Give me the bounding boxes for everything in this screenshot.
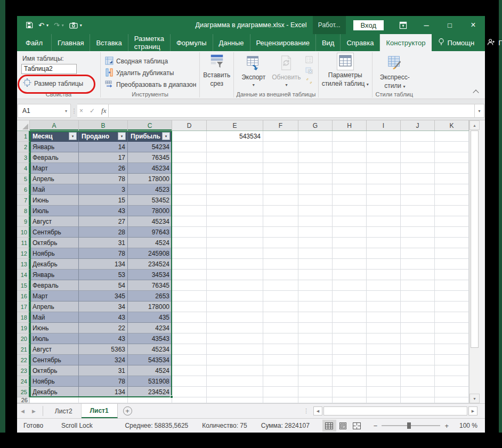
cell[interactable]	[207, 248, 263, 259]
cell[interactable]: 543534	[128, 355, 172, 365]
cell[interactable]	[172, 365, 207, 376]
row-header-21[interactable]: 21	[17, 344, 30, 355]
row-header-7[interactable]: 7	[17, 195, 30, 206]
cell[interactable]: 31	[79, 238, 128, 248]
cell[interactable]	[298, 333, 333, 344]
cell[interactable]	[207, 323, 263, 333]
cell[interactable]	[263, 355, 298, 365]
cell[interactable]: 54	[79, 280, 128, 291]
cell[interactable]: Июль	[30, 333, 79, 344]
assistant-button[interactable]: Помощн	[432, 34, 481, 51]
cell[interactable]: Март	[30, 163, 79, 174]
cell[interactable]	[172, 376, 207, 387]
column-header-C[interactable]: C	[128, 120, 172, 131]
formula-bar-splitter[interactable]: ⋮	[71, 104, 77, 118]
cell[interactable]	[263, 195, 298, 206]
cell[interactable]: Май	[30, 312, 79, 323]
cell[interactable]	[333, 238, 367, 248]
cell[interactable]	[367, 355, 401, 365]
cell[interactable]	[333, 131, 367, 142]
page-layout-view-icon[interactable]	[336, 420, 350, 431]
cell[interactable]	[401, 280, 435, 291]
cell[interactable]	[172, 355, 207, 365]
table-name-input[interactable]: Таблица2	[21, 64, 77, 74]
cell[interactable]	[263, 227, 298, 238]
cell[interactable]	[367, 259, 401, 270]
cell[interactable]	[172, 312, 207, 323]
zoom-slider[interactable]	[382, 425, 440, 426]
row-header-5[interactable]: 5	[17, 174, 30, 184]
cell[interactable]	[263, 174, 298, 184]
cell[interactable]: Август	[30, 216, 79, 227]
cell[interactable]	[172, 248, 207, 259]
cell[interactable]	[401, 344, 435, 355]
cell[interactable]	[367, 184, 401, 195]
cell[interactable]	[333, 174, 367, 184]
cell[interactable]	[263, 163, 298, 174]
cell[interactable]	[401, 323, 435, 333]
cell[interactable]	[401, 174, 435, 184]
cell[interactable]	[333, 184, 367, 195]
row-header-16[interactable]: 16	[17, 291, 30, 302]
cell[interactable]	[207, 259, 263, 270]
cell[interactable]	[333, 323, 367, 333]
cell[interactable]	[333, 216, 367, 227]
cell[interactable]	[172, 397, 207, 403]
cell[interactable]	[333, 280, 367, 291]
zoom-in-icon[interactable]: +	[444, 422, 449, 430]
table-style-options-button[interactable]: Параметры стилей таблиц ▾	[319, 51, 372, 99]
vertical-scroll-thumb[interactable]	[471, 131, 479, 348]
name-box-dropdown-icon[interactable]: ▾	[65, 109, 70, 113]
cell[interactable]	[207, 365, 263, 376]
cell[interactable]	[172, 174, 207, 184]
column-header-F[interactable]: F	[263, 120, 298, 131]
cell[interactable]: 234524	[128, 259, 172, 270]
cell[interactable]	[207, 163, 263, 174]
cell[interactable]: Январь	[30, 270, 79, 280]
cell[interactable]	[263, 131, 298, 142]
cell[interactable]	[263, 280, 298, 291]
cell[interactable]	[367, 397, 401, 403]
tab-scroll-splitter[interactable]: ⋮	[303, 408, 309, 414]
cell[interactable]	[435, 333, 469, 344]
cell[interactable]: Март	[30, 291, 79, 302]
cell[interactable]	[401, 270, 435, 280]
cell[interactable]	[401, 302, 435, 312]
cell[interactable]	[401, 387, 435, 397]
cell[interactable]	[207, 270, 263, 280]
cell[interactable]	[435, 216, 469, 227]
cell[interactable]	[367, 216, 401, 227]
cell[interactable]	[207, 397, 263, 403]
cell[interactable]	[333, 152, 367, 163]
column-header-K[interactable]: K	[435, 120, 469, 131]
column-header-G[interactable]: G	[298, 120, 333, 131]
cell[interactable]	[367, 323, 401, 333]
insert-slicer-button[interactable]: Вставить срез	[200, 51, 233, 99]
save-icon[interactable]	[26, 21, 33, 29]
cell[interactable]	[435, 344, 469, 355]
cell[interactable]: 531908	[128, 376, 172, 387]
cell[interactable]: 31	[79, 365, 128, 376]
table-header-cell[interactable]: Месяц▾	[30, 131, 79, 142]
cell[interactable]: 53452	[128, 195, 172, 206]
cell[interactable]	[333, 291, 367, 302]
customize-qat-icon[interactable]: ▾	[80, 23, 82, 28]
zoom-percentage[interactable]: 100 %	[454, 422, 477, 429]
cell[interactable]	[263, 152, 298, 163]
cell[interactable]	[128, 397, 172, 403]
cell[interactable]: 17	[79, 152, 128, 163]
ribbon-display-options-icon[interactable]	[391, 16, 415, 34]
cell[interactable]	[367, 152, 401, 163]
cell[interactable]	[401, 195, 435, 206]
cell[interactable]: Октябрь	[30, 238, 79, 248]
cell[interactable]: 5363	[79, 344, 128, 355]
row-header-9[interactable]: 9	[17, 216, 30, 227]
cell[interactable]	[298, 365, 333, 376]
cell[interactable]	[207, 238, 263, 248]
cell[interactable]	[207, 355, 263, 365]
tab-review[interactable]: Рецензирование	[250, 34, 316, 51]
cell[interactable]: 178000	[128, 174, 172, 184]
cell[interactable]	[333, 365, 367, 376]
sheet-nav-next-icon[interactable]: ▶	[28, 404, 39, 418]
cell[interactable]	[367, 270, 401, 280]
